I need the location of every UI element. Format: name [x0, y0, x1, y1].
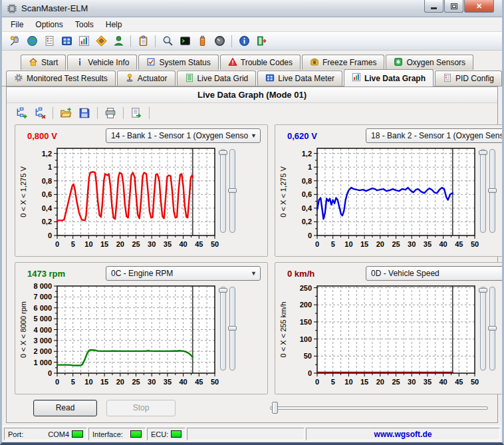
tab-live-data-meter[interactable]: Live Data Meter	[257, 71, 342, 86]
chart-group-1: 0,620 V18 - Bank 2 - Sensor 1 (Oxygen Se…	[275, 124, 504, 257]
svg-text:0: 0	[315, 378, 319, 386]
info-icon[interactable]	[236, 33, 252, 49]
report-icon[interactable]	[41, 33, 57, 49]
status-port: Port: COM4	[4, 428, 87, 440]
globe-icon[interactable]	[24, 33, 40, 49]
svg-text:35: 35	[424, 378, 432, 386]
chart-plot[interactable]: 050100150200250051015202530354045500 < X…	[279, 281, 479, 389]
open-icon[interactable]	[58, 105, 74, 121]
y-zoom-slider-thumb[interactable]	[479, 288, 487, 293]
y-position-slider-thumb[interactable]	[228, 326, 237, 331]
tab-vehicle-info[interactable]: Vehicle Info	[67, 55, 137, 70]
menu-file[interactable]: File	[5, 18, 29, 31]
pid-select[interactable]: 14 - Bank 1 - Sensor 1 (Oxygen Senso▼	[106, 128, 261, 143]
map-icon[interactable]	[93, 33, 109, 49]
menu-options[interactable]: Options	[29, 18, 68, 31]
maximize-button[interactable]	[444, 0, 463, 13]
read-button[interactable]: Read	[33, 400, 97, 416]
svg-text:2 000: 2 000	[33, 347, 52, 355]
search-icon[interactable]	[160, 33, 176, 49]
svg-text:45: 45	[455, 378, 463, 386]
minimize-button[interactable]	[424, 0, 443, 13]
y-zoom-slider[interactable]	[220, 149, 226, 233]
y-position-slider[interactable]	[489, 287, 495, 371]
svg-text:0: 0	[308, 369, 312, 377]
meter-grid-icon[interactable]	[59, 33, 74, 49]
clipboard-icon[interactable]	[135, 33, 151, 49]
tab-freeze-frames[interactable]: Freeze Frames	[302, 55, 384, 70]
svg-text:15: 15	[360, 240, 368, 248]
svg-text:10: 10	[84, 240, 92, 248]
freeze-frame-icon	[310, 57, 319, 69]
battery-icon[interactable]	[194, 33, 210, 49]
slider-thumb[interactable]	[272, 402, 278, 414]
y-position-slider[interactable]	[229, 149, 235, 233]
app-chip-icon	[7, 3, 17, 14]
svg-text:15: 15	[360, 378, 368, 386]
ecu-label: ECU:	[151, 430, 168, 438]
chart-plot[interactable]: 01 0002 0003 0004 0005 0006 0007 0008 00…	[19, 281, 219, 389]
tab-oxygen-sensors[interactable]: Oxygen Sensors	[386, 55, 473, 70]
svg-text:6 000: 6 000	[33, 304, 52, 312]
actuator-icon	[125, 73, 134, 84]
tab-label: Actuator	[138, 74, 168, 83]
svg-text:0,6: 0,6	[42, 190, 52, 198]
svg-text:35: 35	[424, 240, 432, 248]
home-icon	[29, 57, 38, 69]
exit-icon[interactable]	[253, 33, 269, 49]
svg-text:7 000: 7 000	[33, 293, 52, 301]
terminal-icon[interactable]	[177, 33, 193, 49]
y-position-slider-thumb[interactable]	[228, 188, 237, 193]
y-zoom-slider-thumb[interactable]	[219, 150, 227, 155]
x-scroll-slider[interactable]	[270, 402, 488, 414]
y-position-slider-thumb[interactable]	[488, 326, 497, 331]
save-icon[interactable]	[76, 105, 92, 121]
pid-select-value: 18 - Bank 2 - Sensor 1 (Oxygen Senso	[371, 131, 504, 140]
pid-select[interactable]: 0C - Engine RPM▼	[106, 266, 261, 281]
pid-select[interactable]: 0D - Vehicle Speed▼	[366, 266, 504, 281]
gauge-icon[interactable]	[211, 33, 227, 49]
menu-tools[interactable]: Tools	[69, 18, 100, 31]
tab-label: Monitored Test Results	[27, 74, 108, 83]
y-zoom-slider-thumb[interactable]	[479, 150, 487, 155]
y-zoom-slider-thumb[interactable]	[219, 288, 227, 293]
y-zoom-slider[interactable]	[480, 287, 486, 371]
tab-label: Oxygen Sensors	[406, 58, 465, 67]
chart-group-0: 0,800 V14 - Bank 1 - Sensor 1 (Oxygen Se…	[15, 124, 268, 257]
menu-help[interactable]: Help	[100, 18, 128, 31]
pid-select[interactable]: 18 - Bank 2 - Sensor 1 (Oxygen Senso▼	[366, 128, 504, 143]
tab-pid-config[interactable]: PID Config	[435, 71, 502, 86]
y-position-slider[interactable]	[229, 287, 235, 371]
website-link[interactable]: www.wgsoft.de	[374, 430, 432, 439]
svg-text:45: 45	[195, 240, 203, 248]
window-title: ScanMaster-ELM	[21, 3, 88, 13]
vehicle-info-icon	[75, 57, 84, 69]
svg-text:0 < X < 255 km/h: 0 < X < 255 km/h	[279, 302, 287, 358]
print-icon[interactable]	[102, 105, 118, 121]
tree-add-icon[interactable]	[13, 105, 29, 121]
user-icon[interactable]	[110, 33, 126, 49]
close-button[interactable]: ✕	[464, 0, 494, 13]
export-icon[interactable]	[128, 105, 144, 121]
tab-actuator[interactable]: Actuator	[117, 71, 176, 86]
y-zoom-slider[interactable]	[480, 149, 486, 233]
tab-trouble-codes[interactable]: Trouble Codes	[220, 55, 301, 70]
y-position-slider-thumb[interactable]	[488, 188, 497, 193]
chart-plot[interactable]: 00,20,40,60,811,2051015202530354045500 <…	[279, 144, 479, 251]
svg-text:0,2: 0,2	[42, 218, 52, 225]
stop-button[interactable]: Stop	[106, 400, 176, 416]
svg-text:15: 15	[100, 378, 108, 386]
tab-monitored-test-results[interactable]: Monitored Test Results	[6, 71, 116, 86]
tree-delete-icon[interactable]	[32, 105, 48, 121]
chart-plot[interactable]: 00,20,40,60,811,2051015202530354045500 <…	[19, 144, 219, 251]
svg-text:100: 100	[300, 335, 312, 343]
bar-chart-icon[interactable]	[76, 33, 92, 49]
tab-live-data-grid[interactable]: Live Data Grid	[177, 71, 257, 86]
tab-system-status[interactable]: System Status	[138, 55, 218, 70]
warning-icon	[228, 57, 237, 69]
y-position-slider[interactable]	[489, 149, 495, 233]
y-zoom-slider[interactable]	[220, 287, 226, 371]
tab-live-data-graph[interactable]: Live Data Graph	[344, 69, 434, 86]
plug-icon[interactable]	[7, 33, 23, 49]
tab-start[interactable]: Start	[21, 55, 66, 70]
